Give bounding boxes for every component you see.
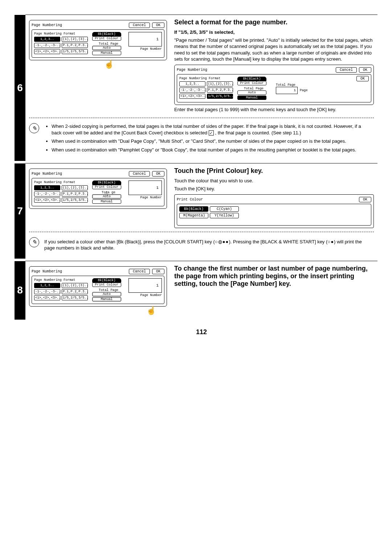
format-4[interactable]: P.1,P.2,P.3.. [62,43,88,48]
format-1[interactable]: 1,2,3.. [34,37,60,42]
page-numbering-panel-2: Page Numbering Cancel OK Page Numbering … [174,65,374,105]
step-num-label: 8 [17,284,23,296]
format-4[interactable]: P.1,P.2,P.3.. [62,289,88,294]
step-7-para1: Touch the colour that you wish to use. [174,178,374,184]
format-3[interactable]: -1-,-2-,-3-.. [179,88,205,93]
step-6-para1: "Page number / Total pages" will be prin… [174,37,374,62]
colour-bk[interactable]: Bk(Black) [179,206,208,212]
bk-button[interactable]: Bk(Black) [237,77,266,81]
ok-button[interactable]: OK [152,269,164,274]
format-1[interactable]: 1,2,3.. [34,283,60,288]
colour-m[interactable]: M(Magenta) [179,213,208,218]
format-5[interactable]: <1>,<2>,<3>.. [34,49,60,54]
value-text: 1 [156,186,159,190]
ok-button[interactable]: OK [359,197,371,202]
note-item: When used in combination with "Pamphlet … [52,147,371,153]
value-column: 1 Page Number [128,278,162,301]
print-colour-panel: Print Colour OK Bk(Black) C(Cyan) M(Mage… [174,194,374,228]
side-column: Bk(Black) Print Colour Tota ☝ ge Auto Ma… [92,181,125,204]
value-text: 1 [156,283,159,288]
bk-button[interactable]: Bk(Black) [92,278,121,283]
format-label: Page Numbering Format [179,77,234,80]
format-column: Page Numbering Format 1,2,3.. (1),(2),(3… [34,181,89,204]
note-item: If you selected a colour other than [Bk … [44,239,371,251]
format-2[interactable]: (1),(2),(3).. [62,283,88,288]
value-column: OK Total Page 1 Page [274,77,369,100]
colour-c[interactable]: C(Cyan) [210,206,239,212]
colour-y[interactable]: Y(Yellow) [210,213,239,218]
total-page-label-tail: ge [111,191,115,194]
step-8-content: Page Numbering Cancel OK Page Numbering … [29,261,377,320]
format-6[interactable]: 1/5,2/5,3/5.. [62,295,88,300]
total-page-label: Total Page [92,288,125,292]
print-colour-button[interactable]: Print Colour [92,185,121,189]
format-3[interactable]: -1-,-2-,-3-.. [34,191,60,197]
bk-button[interactable]: Bk(Black) [92,32,121,36]
format-5[interactable]: <1>,<2>,<3>.. [179,94,205,99]
print-colour-button[interactable]: Print Colour [92,36,121,41]
cancel-button[interactable]: Cancel [129,171,150,177]
note-item: When 2-sided copying is performed, the t… [52,123,371,136]
auto-button[interactable]: Auto [237,90,266,95]
format-5[interactable]: <1>,<2>,<3>.. [34,295,60,300]
note-text: When 2-sided copying is performed, the t… [52,123,361,135]
value-column: 1 Page Number [128,181,162,204]
page-number-footer: 112 [25,328,377,336]
manual-button[interactable]: Manual [92,51,121,55]
print-colour-title: Print Colour [177,198,203,202]
format-1[interactable]: 1,2,3.. [179,81,205,86]
print-colour-button[interactable]: Print Colour [237,81,266,85]
page-numbering-panel-1: Page Numbering Cancel OK Page Numbering … [29,20,167,60]
auto-button[interactable]: Auto [92,292,121,296]
ok-button[interactable]: OK [152,23,164,28]
manual-button[interactable]: Manual [237,96,266,100]
value-display: 1 [128,181,162,195]
page-numbering-panel-4: Page Numbering Cancel OK Page Numbering … [29,266,167,307]
print-colour-button[interactable]: Print Colour [92,283,121,287]
manual-button[interactable]: Manual [92,297,121,301]
pointing-hand-icon: ☝ [105,190,108,197]
step-6-subtitle: If "1/5, 2/5, 3/5" is selected, [174,29,374,36]
ok-button[interactable]: OK [152,171,164,177]
side-column: Bk(Black) Print Colour Total Page Auto M… [92,278,125,301]
format-3[interactable]: -1-,-2-,-3-.. [34,289,60,294]
bk-button[interactable]: Bk(Black) [92,181,121,185]
format-1[interactable]: 1,2,3.. [34,185,60,190]
format-6[interactable]: 1/5,2/5,3/5.. [62,198,88,203]
format-4[interactable]: P.1,P.2,P.3.. [62,191,88,197]
total-page-label: Total Page [237,87,270,90]
manual-button[interactable]: Manual [92,199,121,204]
step-7-notes: ✎ If you selected a colour other than [B… [29,236,374,254]
format-2[interactable]: (1),(2),(3).. [62,37,88,42]
value-text: 1 [156,37,159,41]
total-page-label: Total Page [92,42,125,46]
format-column: Page Numbering Format 1,2,3.. (1),(2),(3… [34,32,89,55]
format-6[interactable]: 1/5,2/5,3/5.. [62,49,88,54]
format-5[interactable]: <1>,<2>,<3>.. [34,198,60,203]
note-icon: ✎ [29,123,39,133]
note-text-2: ). Pressing the [BLACK & WHITE START] ke… [229,239,327,244]
format-6[interactable]: 1/5,2/5,3/5.. [207,94,233,99]
format-4[interactable]: P.1,P.2,P.3.. [207,88,233,93]
page-number-label: Page Number [128,293,162,297]
note-text: If you selected a colour other than [Bk … [44,239,215,244]
format-3[interactable]: -1-,-2-,-3-.. [34,43,60,48]
step-6-para2: Enter the total pages (1 to 999) with th… [174,106,374,113]
ok-button-inner[interactable]: OK [356,76,369,81]
page-number-label: Page Number [128,196,162,199]
auto-button[interactable]: Auto [92,46,121,50]
step-number-6: 6 [15,15,25,161]
step-8-title: To change the first number or last numbe… [174,265,374,288]
cancel-button[interactable]: Cancel [129,269,150,274]
cancel-button[interactable]: Cancel [129,23,150,28]
format-label: Page Numbering Format [34,32,89,36]
format-label: Page Numbering Format [34,181,89,184]
step-6-notes: ✎ When 2-sided copying is performed, the… [29,122,374,157]
checkbox-icon: ✓ [209,130,214,135]
ok-button[interactable]: OK [359,67,371,73]
cancel-button[interactable]: Cancel [336,67,357,73]
format-2[interactable]: (1),(2),(3).. [62,185,88,190]
step-7-content: Page Numbering Cancel OK Page Numbering … [29,163,377,258]
step-7: 7 Page Numbering Cancel OK Page Numberin… [25,163,377,258]
format-2[interactable]: (1),(2),(3).. [207,81,233,86]
